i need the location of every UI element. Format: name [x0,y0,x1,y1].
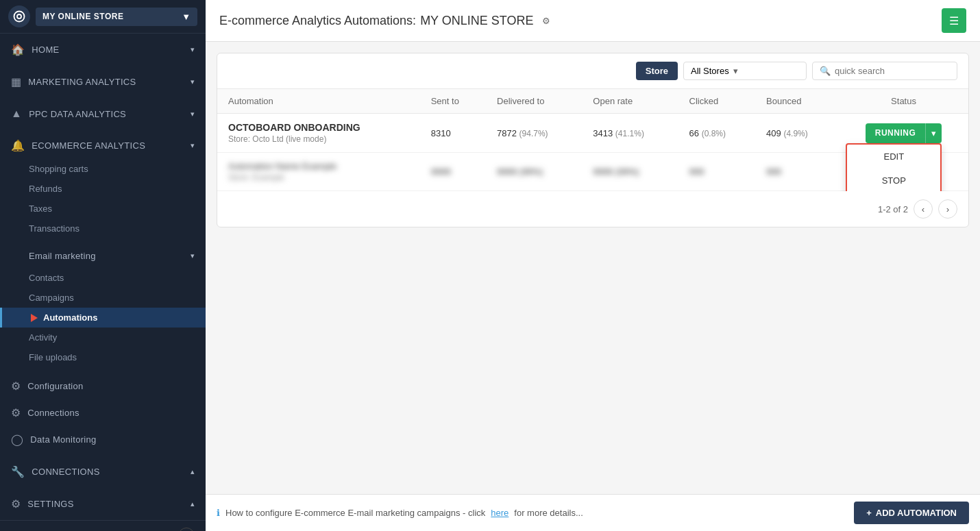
table-footer: 1-2 of 2 ‹ › [217,191,968,227]
brand-logo [8,5,30,27]
content-area: Store All Stores ▾ 🔍 Automation Sent to [206,42,980,494]
automations-table-container: Automation Sent to Delivered to Open rat… [217,89,968,191]
store-selector-label: MY ONLINE STORE [42,12,123,21]
dropdown-stop[interactable]: STOP [847,169,940,192]
sidebar-item-refunds[interactable]: Refunds [0,179,206,199]
add-automation-button[interactable]: + ADD AUTOMATION [854,502,969,524]
wrench-icon: 🔧 [11,465,25,478]
file-uploads-label: File uploads [29,352,77,362]
clicked-value: 66 [689,128,699,138]
delivered-value: 7872 [497,128,517,138]
next-page-button[interactable]: › [938,199,957,219]
nav-ecommerce-section: 🔔 ECOMMERCE ANALYTICS ▾ Shopping carts R… [0,129,206,241]
open-rate-pct: (41.1%) [615,129,644,138]
sidebar-item-home-label: HOME [32,45,59,55]
store-filter-label: Store [636,62,678,80]
transactions-label: Transactions [29,223,79,234]
page-title-store: MY ONLINE STORE [420,14,533,28]
delivered-pct: (94.7%) [519,129,548,138]
connections-gear-icon: ⚙ [11,406,21,419]
nav-ppc-section: ▲ PPC DATA ANALYTICS ▾ [0,98,206,129]
shopping-carts-label: Shopping carts [29,164,88,174]
col-open-rate: Open rate [582,89,678,114]
marketing-icon: ▦ [11,75,21,88]
page-title: E-commerce Analytics Automations: MY ONL… [219,14,550,28]
sidebar-item-contacts[interactable]: Contacts [0,268,206,288]
running-dropdown-button[interactable]: ▾ [925,123,942,143]
connections-label: Connections [27,408,79,418]
back-icon[interactable]: ◁ [178,528,195,531]
ecommerce-sub-nav: Shopping carts Refunds Taxes Transaction… [0,159,206,238]
sidebar-item-settings[interactable]: ⚙ SETTINGS ▴ [0,491,206,517]
sidebar-item-data-monitoring[interactable]: ◯ Data Monitoring [0,426,206,453]
chevron-down-icon: ▼ [182,12,191,22]
svg-point-1 [17,14,21,18]
svg-point-0 [14,12,25,22]
col-automation: Automation [217,89,420,114]
sidebar-header: MY ONLINE STORE ▼ [0,0,206,34]
sidebar: MY ONLINE STORE ▼ 🏠 HOME ▾ ▦ MARKETING A… [0,0,206,531]
search-icon: 🔍 [820,66,831,76]
delivered-cell: 7872 (94.7%) [486,114,582,153]
connections-header-label: CONNECTIONS [32,467,99,477]
blurred-bounced-cell: 999 [755,153,839,191]
sidebar-item-connections-header[interactable]: 🔧 CONNECTIONS ▴ [0,458,206,485]
sidebar-item-connections[interactable]: ⚙ Connections [0,399,206,426]
pagination-label: 1-2 of 2 [878,204,908,214]
search-input[interactable] [835,66,950,76]
email-marketing-label: Email marketing [29,251,96,261]
blurred-open-cell: 9999 (99%) [582,153,678,191]
top-bar-actions: ☰ [942,8,966,33]
settings-gear-icon[interactable]: ⚙ [542,16,550,26]
main-content: E-commerce Analytics Automations: MY ONL… [206,0,980,531]
sidebar-item-configuration[interactable]: ⚙ Configuration [0,373,206,399]
blurred-delivered-cell: 9999 (99%) [486,153,582,191]
prev-page-button[interactable]: ‹ [914,199,933,219]
hamburger-button[interactable]: ☰ [942,8,966,33]
col-clicked: Clicked [678,89,755,114]
running-button[interactable]: RUNNING [866,123,926,143]
home-icon: 🏠 [11,43,25,56]
configuration-label: Configuration [27,381,83,391]
blurred-delivered: 9999 (99%) [497,166,543,177]
nav-connections-section: 🔧 CONNECTIONS ▴ [0,456,206,488]
info-suffix: for more details... [514,508,583,518]
blurred-sent-cell: 9999 [420,153,486,191]
sidebar-item-email-marketing[interactable]: Email marketing ▾ [0,244,206,268]
refunds-label: Refunds [29,184,62,194]
dropdown-edit[interactable]: EDIT [847,145,940,169]
automations-label: Automations [43,312,97,323]
sidebar-item-campaigns[interactable]: Campaigns [0,288,206,308]
sidebar-item-home[interactable]: 🏠 HOME ▾ [0,36,206,63]
sidebar-item-ppc-analytics[interactable]: ▲ PPC DATA ANALYTICS ▾ [0,101,206,127]
status-dropdown-menu: EDIT STOP START NOW ACTIVATE DUPLICATE [846,143,942,192]
blurred-open: 9999 (99%) [593,166,639,177]
sidebar-item-transactions[interactable]: Transactions [0,219,206,238]
store-selector[interactable]: MY ONLINE STORE ▼ [36,8,197,26]
sent-to-value: 8310 [431,128,451,138]
automation-name: OCTOBOARD ONBOARDING [228,122,409,133]
card-toolbar: Store All Stores ▾ 🔍 [217,53,968,89]
all-stores-dropdown[interactable]: All Stores ▾ [683,62,807,80]
chevron-down-icon: ▾ [191,141,195,150]
status-wrapper: RUNNING ▾ EDIT STOP START NOW ACTIVATE [866,123,942,143]
automations-card: Store All Stores ▾ 🔍 Automation Sent to [217,53,969,227]
blurred-bounced: 999 [766,166,781,177]
sidebar-item-ecommerce-analytics[interactable]: 🔔 ECOMMERCE ANALYTICS ▾ [0,132,206,159]
nav-marketing-section: ▦ MARKETING ANALYTICS ▾ [0,66,206,98]
sidebar-item-automations[interactable]: Automations [0,308,206,328]
blurred-name-cell: Automation Name Example Store: Example [217,153,420,191]
quick-search-box[interactable]: 🔍 [812,62,957,80]
sidebar-item-shopping-carts[interactable]: Shopping carts [0,159,206,179]
blurred-name: Automation Name Example [228,161,409,171]
sidebar-item-activity[interactable]: Activity [0,328,206,347]
sidebar-item-ecommerce-label: ECOMMERCE ANALYTICS [32,140,145,151]
blurred-sent: 9999 [431,166,451,177]
ppc-icon: ▲ [11,108,22,120]
sidebar-item-marketing-analytics[interactable]: ▦ MARKETING ANALYTICS ▾ [0,69,206,95]
info-link[interactable]: here [491,508,509,518]
active-arrow-icon [31,314,38,322]
data-monitoring-label: Data Monitoring [30,434,96,445]
sidebar-item-file-uploads[interactable]: File uploads [0,347,206,367]
sidebar-item-taxes[interactable]: Taxes [0,199,206,219]
